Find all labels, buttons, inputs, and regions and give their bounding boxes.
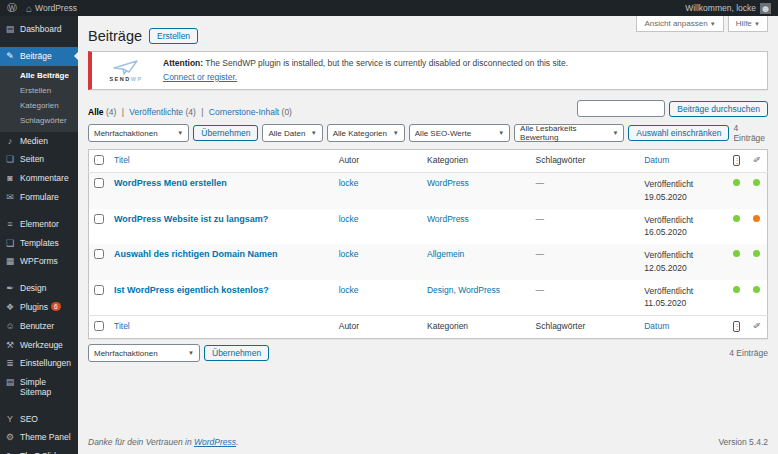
submenu-categories[interactable]: Kategorien: [0, 98, 78, 113]
column-readability-score: ✐: [748, 150, 768, 173]
author-link[interactable]: locke: [339, 214, 359, 224]
comment-icon: ◙: [5, 173, 15, 184]
sidebar-item-simple-sitemap[interactable]: ▤ Simple Sitemap: [0, 373, 78, 401]
sidebar-item-pages[interactable]: ❏ Seiten: [0, 150, 78, 169]
admin-footer: Danke für dein Vertrauen in WordPress. V…: [88, 437, 768, 447]
author-link[interactable]: locke: [339, 249, 359, 259]
welcome-text[interactable]: Willkommen, locke: [685, 3, 756, 13]
wordpress-logo-icon[interactable]: Ⓦ: [7, 1, 17, 15]
tags-cell: —: [531, 209, 640, 245]
tags-cell: —: [531, 173, 640, 209]
sidebar-item-comments[interactable]: ◙ Kommentare: [0, 169, 78, 188]
post-title-link[interactable]: WordPress Menü erstellen: [114, 178, 227, 188]
chevron-down-icon: ▼: [183, 350, 194, 356]
search-posts-button[interactable]: Beiträge durchsuchen: [669, 101, 768, 117]
caret-down-icon: ▼: [754, 21, 760, 27]
screen-options-tab[interactable]: Ansicht anpassen ▼: [636, 16, 723, 32]
version-text: Version 5.4.2: [718, 437, 768, 447]
row-checkbox[interactable]: [94, 214, 104, 224]
row-checkbox[interactable]: [94, 285, 104, 295]
sidebar-item-plugins[interactable]: ❖ Plugins6: [0, 298, 78, 317]
view-all-link[interactable]: Alle: [88, 107, 104, 117]
plugins-update-badge: 6: [51, 302, 61, 311]
submenu-all-posts[interactable]: Alle Beiträge: [0, 68, 78, 83]
select-all-checkbox[interactable]: [94, 321, 104, 331]
table-header-row: Titel Autor Kategorien Schlagwörter Datu…: [89, 150, 768, 173]
sidebar-item-forms[interactable]: ✉ Formulare: [0, 188, 78, 207]
filter-button[interactable]: Auswahl einschränken: [628, 125, 729, 141]
sidebar-item-templates[interactable]: ❑ Templates: [0, 234, 78, 253]
sidebar-item-users[interactable]: ☺ Benutzer: [0, 317, 78, 336]
footer-thanks: Danke für dein Vertrauen in WordPress.: [88, 437, 238, 447]
table-footer-row: Titel Autor Kategorien Schlagwörter Datu…: [89, 316, 768, 339]
seo-traffic-light-icon: ⋮: [733, 321, 740, 332]
site-menu[interactable]: ⌂ WordPress: [26, 3, 77, 14]
sidebar-item-settings[interactable]: ≣ Einstellungen: [0, 354, 78, 373]
post-title-link[interactable]: Auswahl des richtigen Domain Namen: [114, 249, 278, 259]
category-link[interactable]: Design, WordPress: [427, 285, 500, 295]
seo-filter-select[interactable]: Alle SEO-Werte▼: [409, 124, 510, 142]
readability-score-dot: [753, 179, 760, 186]
column-date[interactable]: Datum: [639, 316, 727, 339]
avatar[interactable]: ☻: [760, 3, 771, 14]
bulk-actions-select[interactable]: Mehrfachaktionen▼: [88, 124, 189, 142]
sidebar-item-design[interactable]: ✒ Design: [0, 279, 78, 298]
sidebar-item-theme-panel[interactable]: ⚙ Theme Panel: [0, 428, 78, 447]
column-title[interactable]: Titel: [109, 150, 334, 173]
sidebar-item-posts[interactable]: ✎ Beiträge: [0, 47, 78, 66]
readability-filter-select[interactable]: Alle Lesbarkeits Bewertung▼: [514, 124, 624, 142]
category-link[interactable]: Allgemein: [427, 249, 464, 259]
category-link[interactable]: WordPress: [427, 214, 469, 224]
readability-pencil-icon: ✐: [752, 155, 761, 166]
column-seo-score: ⋮: [728, 316, 748, 339]
search-posts-input[interactable]: [577, 100, 665, 117]
row-checkbox[interactable]: [94, 249, 104, 259]
connect-register-link[interactable]: Connect or register.: [163, 72, 237, 82]
post-status: Veröffentlicht: [644, 285, 722, 298]
paper-plane-icon: [113, 60, 139, 76]
submenu-new-post[interactable]: Erstellen: [0, 83, 78, 98]
sendwp-notice: SENDWP Attention: The SendWP plugin is i…: [88, 51, 768, 90]
categories-filter-select[interactable]: Alle Kategorien▼: [327, 124, 405, 142]
row-checkbox[interactable]: [94, 178, 104, 188]
sidebar-item-elementor[interactable]: ≡ Elementor: [0, 215, 78, 234]
submenu-tags[interactable]: Schlagwörter: [0, 113, 78, 128]
view-published-link[interactable]: Veröffentlichte: [129, 107, 183, 117]
post-title-link[interactable]: WordPress Website ist zu langsam?: [114, 214, 268, 224]
sidebar-item-tools[interactable]: ⚒ Werkzeuge: [0, 336, 78, 355]
dates-filter-select[interactable]: Alle Daten▼: [262, 124, 322, 142]
home-icon: ⌂: [26, 3, 32, 14]
bulk-actions-select-bottom[interactable]: Mehrfachaktionen▼: [88, 344, 200, 362]
column-readability-score: ✐: [748, 316, 768, 339]
author-link[interactable]: locke: [339, 178, 359, 188]
tags-cell: —: [531, 280, 640, 316]
notice-message: The SendWP plugin is installed, but the …: [205, 58, 568, 68]
sidebar-item-dashboard[interactable]: ▤ Dashboard: [0, 20, 78, 39]
apply-button[interactable]: Übernehmen: [193, 125, 258, 141]
column-date[interactable]: Datum: [639, 150, 727, 173]
help-tab[interactable]: Hilfe ▼: [728, 16, 768, 32]
select-all-checkbox[interactable]: [94, 155, 104, 165]
author-link[interactable]: locke: [339, 285, 359, 295]
sidebar-item-seo[interactable]: Y SEO: [0, 410, 78, 429]
apply-button-bottom[interactable]: Übernehmen: [204, 345, 269, 361]
post-date: 11.05.2020: [644, 297, 722, 310]
category-link[interactable]: WordPress: [427, 178, 469, 188]
elementor-icon: ≡: [5, 219, 15, 230]
wordpress-link[interactable]: WordPress: [194, 437, 236, 447]
seo-score-dot: [733, 286, 740, 293]
column-title[interactable]: Titel: [109, 316, 334, 339]
sidebar-item-media[interactable]: ♪ Medien: [0, 132, 78, 151]
wpforms-icon: ▦: [5, 256, 15, 267]
view-cornerstone-link[interactable]: Cornerstone-Inhalt: [209, 107, 279, 117]
wrench-icon: ⚒: [5, 340, 15, 351]
table-row: Auswahl des richtigen Domain Namen locke…: [89, 244, 768, 280]
readability-score-dot: [753, 286, 760, 293]
post-status: Veröffentlicht: [644, 178, 722, 191]
post-title-link[interactable]: Ist WordPress eigentlich kostenlos?: [114, 285, 269, 295]
sidebar-item-slider-revolution[interactable]: ↻ The7 Slider Revolution: [0, 447, 78, 454]
sidebar-item-wpforms[interactable]: ▦ WPForms: [0, 252, 78, 271]
seo-score-dot: [733, 250, 740, 257]
add-new-post-button[interactable]: Erstellen: [149, 28, 198, 44]
chevron-down-icon: ▼: [306, 130, 317, 136]
